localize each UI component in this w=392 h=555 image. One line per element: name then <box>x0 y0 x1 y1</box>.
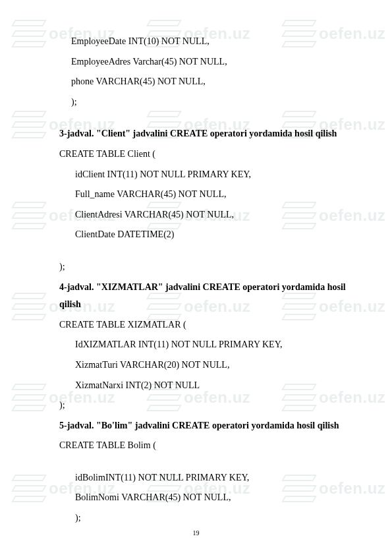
code-line: BolimNomi VARCHAR(45) NOT NULL, <box>59 489 346 507</box>
code-line: EmployeeAdres Varchar(45) NOT NULL, <box>59 53 346 71</box>
code-line: idClient INT(11) NOT NULL PRIMARY KEY, <box>59 166 346 184</box>
document-body: EmployeeDate INT(10) NOT NULL, EmployeeA… <box>0 0 392 550</box>
code-line: ClientDate DATETIME(2) <box>59 226 346 244</box>
code-line: CREATE TABLE XIZMATLAR ( <box>59 316 346 334</box>
page-number: 19 <box>0 529 392 537</box>
code-line: CREATE TABLE Client ( <box>59 146 346 163</box>
heading-5-jadval: 5-jadval. "Bo'lim" jadvalini CREATE oper… <box>59 417 346 435</box>
code-line: ); <box>59 258 346 276</box>
code-line: ClientAdresi VARCHAR(45) NOT NULL, <box>59 206 346 224</box>
code-line: CREATE TABLE Bolim ( <box>59 437 346 455</box>
code-line: ); <box>59 510 346 527</box>
code-line: XizmatTuri VARCHAR(20) NOT NULL, <box>59 357 346 374</box>
code-line: ); <box>59 94 346 111</box>
heading-4-jadval: 4-jadval. "XIZMATLAR" jadvalini CREATE o… <box>59 279 346 314</box>
code-line: EmployeeDate INT(10) NOT NULL, <box>59 33 346 51</box>
code-line: IdXIZMATLAR INT(11) NOT NULL PRIMARY KEY… <box>59 336 346 354</box>
code-line: ); <box>59 397 346 415</box>
code-line: Full_name VARCHAR(45) NOT NULL, <box>59 186 346 204</box>
heading-3-jadval: 3-jadval. "Client" jadvalini CREATE oper… <box>59 125 346 143</box>
code-line: idBolimINT(11) NOT NULL PRIMARY KEY, <box>59 469 346 487</box>
code-line: phone VARCHAR(45) NOT NULL, <box>59 73 346 91</box>
code-line: XizmatNarxi INT(2) NOT NULL <box>59 377 346 395</box>
